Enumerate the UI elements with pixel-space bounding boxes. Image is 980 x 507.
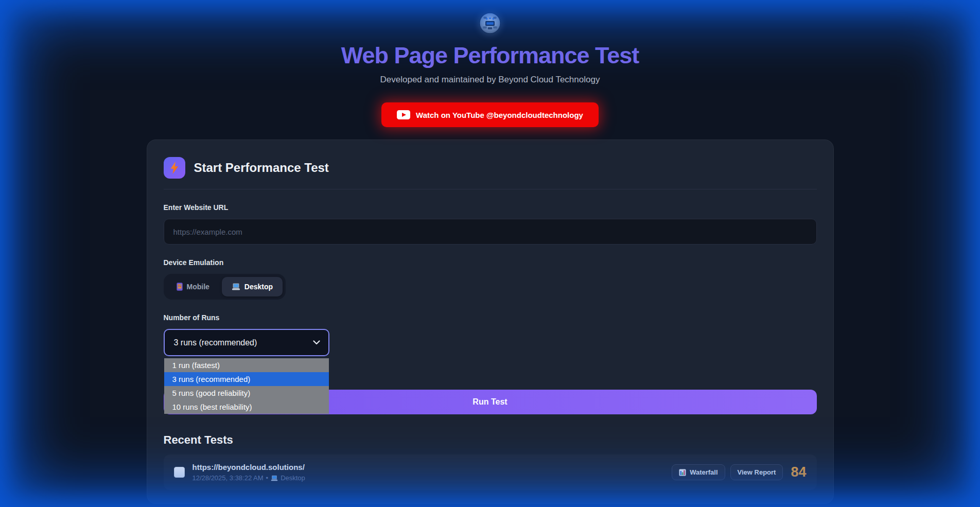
youtube-play-icon — [397, 110, 410, 119]
recent-test-url: https://beyondcloud.solutions/ — [192, 463, 305, 471]
device-button-desktop[interactable]: Desktop — [222, 277, 283, 296]
runs-option-10-runs[interactable]: 10 runs (best reliability) — [164, 400, 329, 414]
recent-test-checkbox[interactable] — [174, 467, 185, 478]
chevron-down-icon — [313, 340, 320, 345]
device-button-label: Mobile — [187, 283, 209, 291]
device-emulation-label: Device Emulation — [164, 258, 817, 267]
view-report-button[interactable]: View Report — [730, 464, 783, 480]
recent-test-meta: 12/28/2025, 3:38:22 AM • Desktop — [192, 474, 305, 482]
card-title: Start Performance Test — [194, 161, 329, 175]
runs-dropdown-list: 1 run (fastest) 3 runs (recommended) 5 r… — [164, 358, 329, 414]
view-report-button-label: View Report — [738, 468, 776, 476]
divider — [164, 189, 817, 189]
url-label: Enter Website URL — [164, 203, 817, 212]
laptop-icon — [271, 475, 278, 481]
laptop-icon — [232, 283, 240, 290]
recent-test-datetime: 12/28/2025, 3:38:22 AM — [192, 474, 264, 482]
page-header: Web Page Performance Test Developed and … — [0, 0, 980, 127]
runs-select-wrap: 3 runs (recommended) 1 run (fastest) 3 r… — [164, 329, 329, 356]
recent-test-device: Desktop — [281, 474, 305, 482]
performance-test-page: Web Page Performance Test Developed and … — [0, 0, 980, 507]
start-test-card: Start Performance Test Enter Website URL… — [147, 139, 834, 504]
runs-option-3-runs[interactable]: 3 runs (recommended) — [164, 372, 329, 386]
recent-test-row: https://beyondcloud.solutions/ 12/28/202… — [164, 454, 817, 490]
page-title: Web Page Performance Test — [0, 42, 980, 69]
runs-option-1-run[interactable]: 1 run (fastest) — [164, 358, 329, 372]
card-header: Start Performance Test — [164, 157, 817, 179]
youtube-button-label: Watch on YouTube @beyondcloudtechnology — [416, 111, 583, 119]
robot-medallion-logo-icon — [479, 12, 501, 34]
meta-separator: • — [266, 474, 269, 482]
waterfall-button-label: Waterfall — [690, 468, 717, 476]
youtube-button[interactable]: Watch on YouTube @beyondcloudtechnology — [381, 102, 599, 127]
runs-select-value: 3 runs (recommended) — [174, 338, 257, 347]
number-of-runs-label: Number of Runs — [164, 313, 817, 322]
page-subtitle: Developed and maintained by Beyond Cloud… — [0, 75, 980, 85]
bar-chart-icon — [679, 469, 686, 476]
device-button-mobile[interactable]: Mobile — [167, 277, 219, 296]
recent-tests-title: Recent Tests — [164, 433, 817, 447]
waterfall-button[interactable]: Waterfall — [672, 464, 725, 480]
performance-score: 84 — [791, 464, 806, 480]
mobile-phone-icon — [177, 283, 183, 291]
runs-select[interactable]: 3 runs (recommended) — [164, 329, 329, 356]
website-url-input[interactable] — [164, 219, 817, 244]
recent-test-info: https://beyondcloud.solutions/ 12/28/202… — [192, 463, 305, 482]
device-button-label: Desktop — [244, 283, 273, 291]
lightning-bolt-icon — [164, 157, 185, 179]
runs-option-5-runs[interactable]: 5 runs (good reliability) — [164, 386, 329, 400]
device-toggle-group: Mobile Desktop — [164, 274, 286, 300]
